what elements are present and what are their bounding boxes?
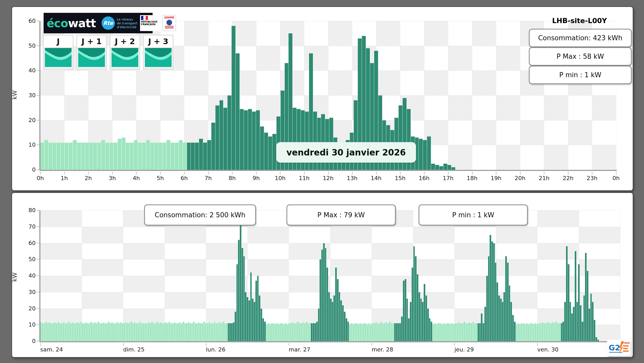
bar xyxy=(543,323,545,341)
bar xyxy=(542,322,543,341)
x-tick: 9h xyxy=(245,175,268,181)
bar xyxy=(309,323,311,341)
bar xyxy=(399,323,401,341)
bar xyxy=(154,143,158,170)
bar xyxy=(547,322,549,341)
bar xyxy=(526,323,528,341)
bar xyxy=(127,323,129,341)
bar xyxy=(214,322,216,341)
y-tick: 60 xyxy=(20,18,36,24)
bar xyxy=(257,276,259,341)
bar xyxy=(577,302,578,341)
bar xyxy=(589,309,590,341)
bar xyxy=(503,292,505,341)
bar xyxy=(299,323,301,341)
bar xyxy=(457,323,459,341)
y-axis-unit-label: kW xyxy=(11,272,18,282)
bar xyxy=(474,323,476,341)
bar xyxy=(521,323,523,341)
bar xyxy=(169,322,171,341)
bar xyxy=(464,322,465,341)
bar xyxy=(156,322,158,341)
bar xyxy=(167,323,169,341)
bar xyxy=(571,313,573,341)
bar xyxy=(278,324,280,341)
tab-j[interactable]: J xyxy=(43,35,74,70)
bar xyxy=(562,322,564,341)
y-tick: 60 xyxy=(20,240,36,246)
bar xyxy=(443,164,448,170)
x-tick: 19h xyxy=(484,175,508,181)
bar xyxy=(195,323,196,341)
bar xyxy=(372,323,373,341)
x-tick: 0h xyxy=(29,175,52,181)
bar xyxy=(510,302,512,341)
bar xyxy=(302,322,304,341)
bar xyxy=(166,140,171,170)
y-axis xyxy=(39,21,40,171)
bar xyxy=(65,323,66,341)
bar xyxy=(582,322,583,341)
bar xyxy=(220,100,224,170)
bar xyxy=(219,322,221,341)
bar xyxy=(248,109,252,170)
bar xyxy=(175,143,179,170)
bar xyxy=(44,323,46,341)
bar xyxy=(276,323,278,341)
bar xyxy=(186,323,188,341)
bar xyxy=(413,246,415,341)
republique-francaise-logo: RÉPUBLIQUEFRANÇAISE xyxy=(140,15,162,31)
bar xyxy=(222,322,224,341)
bar xyxy=(308,323,309,341)
bar xyxy=(348,322,349,341)
bar xyxy=(587,271,589,341)
bar xyxy=(405,279,407,341)
bar xyxy=(272,134,276,170)
bar xyxy=(502,302,504,341)
stat-pmax-day: P Max : 58 kW xyxy=(529,47,632,66)
bar xyxy=(380,322,382,341)
bar xyxy=(191,323,193,341)
bar xyxy=(162,323,164,341)
bar xyxy=(427,136,431,170)
bar xyxy=(65,143,69,170)
x-tick: sam. 24 xyxy=(40,346,63,353)
bar xyxy=(56,323,58,341)
bar xyxy=(187,143,191,170)
bar xyxy=(247,297,249,341)
y-tick: 50 xyxy=(20,43,36,49)
bar xyxy=(51,323,53,341)
bar xyxy=(301,323,302,341)
bar xyxy=(361,324,363,341)
bar xyxy=(150,143,154,170)
bar xyxy=(151,322,153,341)
bar xyxy=(126,143,130,170)
bar xyxy=(358,324,360,341)
bar xyxy=(391,323,393,341)
bar xyxy=(260,126,264,170)
bar xyxy=(196,323,198,341)
y-tick: 30 xyxy=(20,289,36,295)
tab-j3[interactable]: J + 3 xyxy=(143,35,174,70)
bar xyxy=(451,167,455,170)
x-tick: 5h xyxy=(149,175,172,181)
tab-j1[interactable]: J + 1 xyxy=(76,35,107,70)
bar xyxy=(227,95,232,170)
bar xyxy=(318,309,320,341)
bar xyxy=(420,299,422,341)
x-tick: 22h xyxy=(557,175,580,181)
bar xyxy=(177,323,179,341)
bar xyxy=(141,323,143,341)
y-tick: 10 xyxy=(20,142,36,148)
bar xyxy=(125,322,127,341)
bar xyxy=(52,323,54,341)
tab-j2[interactable]: J + 2 xyxy=(110,35,140,70)
bar xyxy=(451,323,453,341)
bar xyxy=(134,140,138,170)
bar xyxy=(439,166,443,170)
bar xyxy=(294,323,295,341)
bar xyxy=(199,139,203,170)
bar xyxy=(207,140,211,170)
x-tick: 15h xyxy=(389,175,412,181)
bar xyxy=(500,299,502,341)
